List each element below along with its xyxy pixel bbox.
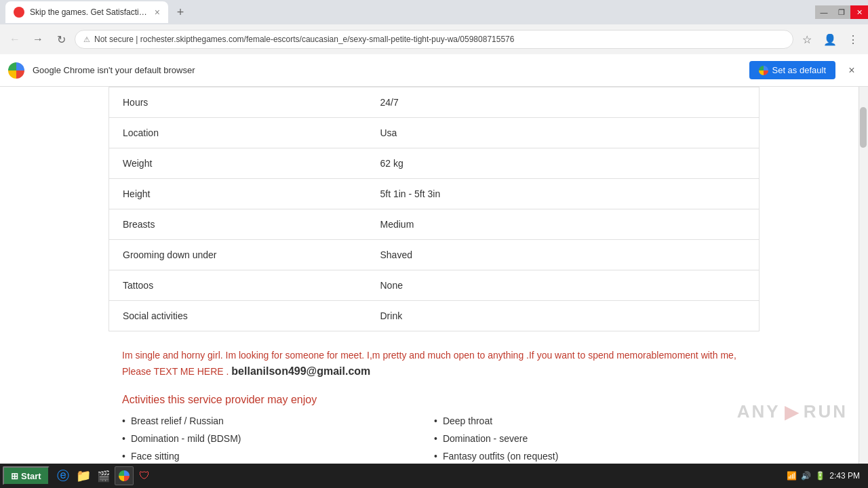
table-row: BreastsMedium: [109, 209, 760, 240]
activities-title: Activities this service provider may enj…: [122, 394, 746, 406]
table-label: Grooming down under: [109, 240, 367, 270]
activity-item: •Fantasy outfits (on request): [434, 451, 746, 462]
back-button[interactable]: ←: [5, 30, 24, 49]
table-value: 24/7: [367, 87, 760, 118]
info-bar-message: Google Chrome isn't your default browser: [33, 65, 741, 75]
forward-button[interactable]: →: [28, 30, 47, 49]
bookmark-button[interactable]: ☆: [797, 30, 816, 49]
activity-item: •Face sitting: [122, 451, 434, 462]
url-display: Not secure | rochester.skipthegames.com/…: [94, 35, 514, 44]
menu-button[interactable]: ⋮: [844, 30, 863, 49]
minimize-button[interactable]: —: [815, 5, 833, 19]
taskbar-ie-button[interactable]: ⓔ: [54, 466, 73, 485]
profile-button[interactable]: 👤: [821, 30, 840, 49]
table-value: 5ft 1in - 5ft 3in: [367, 179, 760, 209]
taskbar-folder-button[interactable]: 📁: [74, 466, 93, 485]
table-value: 62 kg: [367, 148, 760, 179]
page-content: Hours24/7LocationUsaWeight62 kgHeight5ft…: [0, 87, 868, 464]
activities-left-col: •Breast relief / Russian•Domination - mi…: [122, 415, 434, 464]
table-label: Breasts: [109, 209, 367, 240]
maximize-button[interactable]: ❐: [833, 5, 850, 19]
new-tab-button[interactable]: +: [171, 3, 190, 22]
start-button[interactable]: ⊞ Start: [3, 466, 50, 485]
taskbar-volume-icon: 🔊: [801, 471, 811, 481]
activity-item: •Domination - severe: [434, 433, 746, 444]
taskbar-battery-icon: 🔋: [815, 471, 825, 481]
address-input[interactable]: ⚠ Not secure | rochester.skipthegames.co…: [75, 30, 793, 49]
taskbar-chrome-icon: [119, 470, 130, 481]
set-default-icon: [759, 66, 768, 75]
table-value: Medium: [367, 209, 760, 240]
table-row: Grooming down underShaved: [109, 240, 760, 270]
tab-title: Skip the games. Get Satisfaction. M...: [30, 7, 149, 17]
table-row: LocationUsa: [109, 118, 760, 148]
chrome-window: Skip the games. Get Satisfaction. M... ×…: [0, 0, 868, 488]
activity-item: •Deep throat: [434, 415, 746, 426]
bullet: •: [122, 433, 125, 444]
set-default-button[interactable]: Set as default: [749, 61, 836, 79]
bio-text: Im single and horny girl. Im looking for…: [122, 348, 746, 380]
table-value: Drink: [367, 301, 760, 331]
taskbar-chrome-button[interactable]: [115, 466, 134, 485]
bullet: •: [434, 415, 437, 426]
play-icon: ▶: [785, 401, 800, 423]
bio-email: bellanilson499@gmail.com: [231, 365, 370, 377]
table-value: Usa: [367, 118, 760, 148]
bullet: •: [434, 433, 437, 444]
start-icon: ⊞: [11, 471, 18, 481]
lock-icon: ⚠: [83, 35, 90, 44]
tab-favicon: [14, 7, 24, 18]
bullet: •: [434, 451, 437, 462]
info-bar: Google Chrome isn't your default browser…: [0, 54, 868, 87]
taskbar-network-icon: 📶: [787, 471, 797, 481]
table-row: Weight62 kg: [109, 148, 760, 179]
main-content-area: Hours24/7LocationUsaWeight62 kgHeight5ft…: [0, 87, 859, 464]
info-table-wrapper: Hours24/7LocationUsaWeight62 kgHeight5ft…: [0, 87, 859, 331]
taskbar-clock: 2:43 PM: [829, 471, 860, 481]
activities-grid: •Breast relief / Russian•Domination - mi…: [122, 415, 746, 464]
table-label: Location: [109, 118, 367, 148]
taskbar: ⊞ Start ⓔ 📁 🎬 🛡 📶 🔊 🔋 2:43 PM: [0, 464, 868, 488]
scrollbar[interactable]: [859, 87, 868, 464]
taskbar-shield-button[interactable]: 🛡: [135, 466, 154, 485]
activities-section: Activities this service provider may enj…: [108, 394, 760, 464]
info-table: Hours24/7LocationUsaWeight62 kgHeight5ft…: [108, 87, 760, 331]
table-label: Social activities: [109, 301, 367, 331]
tab-close-button[interactable]: ×: [155, 7, 160, 18]
table-row: Height5ft 1in - 5ft 3in: [109, 179, 760, 209]
bullet: •: [122, 451, 125, 462]
reload-button[interactable]: ↻: [52, 30, 71, 49]
taskbar-media-button[interactable]: 🎬: [94, 466, 113, 485]
table-label: Hours: [109, 87, 367, 118]
table-row: Hours24/7: [109, 87, 760, 118]
table-label: Tattoos: [109, 270, 367, 301]
watermark: ANY ▶ RUN: [737, 401, 848, 423]
table-label: Height: [109, 179, 367, 209]
address-bar: ← → ↻ ⚠ Not secure | rochester.skipthega…: [0, 24, 868, 54]
activity-item: •Breast relief / Russian: [122, 415, 434, 426]
scrollbar-thumb[interactable]: [860, 107, 867, 148]
table-value: Shaved: [367, 240, 760, 270]
activity-item: •Domination - mild (BDSM): [122, 433, 434, 444]
browser-tab[interactable]: Skip the games. Get Satisfaction. M... ×: [5, 1, 168, 23]
table-row: TattoosNone: [109, 270, 760, 301]
bio-section: Im single and horny girl. Im looking for…: [108, 348, 760, 380]
chrome-logo: [8, 62, 24, 79]
bullet: •: [122, 415, 125, 426]
taskbar-right: 📶 🔊 🔋 2:43 PM: [787, 471, 865, 481]
table-value: None: [367, 270, 760, 301]
close-button[interactable]: ✕: [850, 5, 868, 19]
info-bar-close-button[interactable]: ×: [844, 62, 860, 79]
table-row: Social activitiesDrink: [109, 301, 760, 331]
taskbar-items: ⓔ 📁 🎬 🛡: [54, 466, 154, 485]
activities-right-col: •Deep throat•Domination - severe•Fantasy…: [434, 415, 746, 464]
table-label: Weight: [109, 148, 367, 179]
